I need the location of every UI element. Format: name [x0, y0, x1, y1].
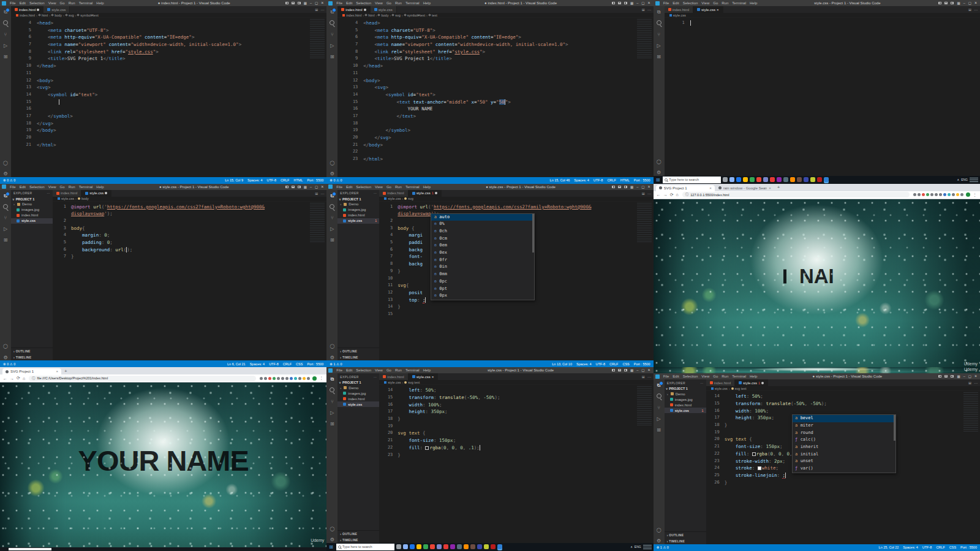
search-icon[interactable] — [329, 20, 335, 26]
layout-sidebar-icon[interactable] — [938, 2, 941, 4]
run-debug-icon[interactable] — [329, 42, 335, 48]
tab-style.css[interactable]: style.css — [371, 6, 397, 13]
settings-gear-icon[interactable] — [329, 354, 335, 360]
new-tab-button[interactable] — [775, 184, 783, 190]
split-editor-icon[interactable] — [642, 7, 645, 12]
extension-icon[interactable] — [290, 377, 293, 380]
code-line[interactable]: 16 YOUR NAME — [337, 105, 653, 113]
status-item[interactable]: CRLF — [936, 545, 944, 549]
code-line[interactable]: 9 <title>SVG Project 1</title> — [337, 55, 653, 63]
code-line[interactable]: 16 — [11, 105, 326, 113]
extension-icon[interactable] — [285, 377, 288, 380]
status-item[interactable]: CRLF — [609, 362, 618, 366]
run-debug-icon[interactable] — [2, 226, 9, 232]
menu-file[interactable]: File — [662, 1, 671, 5]
reload-button[interactable] — [670, 192, 674, 197]
menu-run[interactable]: Run — [67, 1, 77, 5]
file-style.css[interactable]: style.css1 — [337, 218, 379, 224]
layout-sidebar-icon[interactable] — [612, 369, 615, 371]
suggestion-0ex[interactable]: 0ex — [431, 249, 534, 257]
taskbar-app-icon[interactable] — [750, 177, 755, 182]
code-line[interactable]: 11 — [337, 70, 653, 77]
suggestion-0in[interactable]: 0in — [431, 264, 534, 271]
files-icon[interactable] — [2, 9, 9, 15]
breadcrumb-item[interactable]: symbol#text — [77, 13, 98, 17]
settings-gear-icon[interactable] — [329, 171, 335, 177]
close-button[interactable] — [321, 185, 323, 189]
code-line[interactable]: 12<body> — [11, 77, 326, 85]
layout-sidebar-icon[interactable] — [612, 186, 615, 188]
code-line[interactable]: 20svg text { — [379, 430, 653, 437]
menu-help[interactable]: Help — [421, 185, 432, 189]
timeline-section[interactable]: TIMELINE — [11, 354, 53, 360]
code-line[interactable]: 7} — [53, 253, 326, 260]
start-button[interactable] — [655, 177, 662, 183]
maximize-button[interactable] — [315, 185, 318, 189]
extensions-icon[interactable] — [656, 53, 662, 59]
code-line[interactable]: 22 — [337, 148, 653, 156]
home-button[interactable] — [23, 376, 25, 381]
suggestion-0mm[interactable]: 0mm — [431, 271, 534, 278]
more-actions-icon[interactable] — [647, 191, 651, 196]
menu-run[interactable]: Run — [393, 1, 404, 5]
files-icon[interactable] — [2, 193, 9, 199]
menu-edit[interactable]: Edit — [344, 185, 354, 189]
code-editor[interactable]: 14 left: 50%;15 transform: translate(-50… — [379, 385, 653, 543]
minimize-button[interactable] — [636, 368, 638, 372]
suggestion-initial[interactable]: initial — [793, 451, 895, 458]
maximize-button[interactable] — [641, 368, 644, 372]
layout-sidebar-icon[interactable] — [612, 2, 615, 4]
forward-button[interactable] — [663, 192, 668, 197]
code-line[interactable]: 10</head> — [11, 63, 326, 70]
suggestion-0cm[interactable]: 0cm — [431, 235, 534, 243]
tab-index.html[interactable]: index.html — [706, 379, 735, 386]
project-folder-row[interactable]: PROJECT 1 — [11, 197, 53, 202]
menu-file[interactable]: File — [8, 185, 18, 189]
project-folder-row[interactable]: PROJECT 1 — [337, 380, 379, 385]
menu-go[interactable]: Go — [385, 185, 393, 189]
vscode-taskbar-icon[interactable] — [824, 177, 829, 182]
layout-sidebar-icon[interactable] — [938, 375, 941, 378]
system-tray[interactable]: ∧ENG — [957, 178, 980, 182]
problems-status[interactable]: ⊗ 0 ⚠ 0 — [3, 178, 15, 182]
tray-expand-icon[interactable]: ∧ — [630, 545, 633, 549]
files-icon[interactable] — [329, 9, 335, 15]
code-line[interactable]: 16 width: 100%; — [379, 401, 653, 409]
status-item[interactable]: Spaces: 4 — [576, 362, 591, 366]
code-line[interactable]: 12<body> — [337, 77, 653, 85]
run-debug-icon[interactable] — [329, 409, 335, 416]
code-line[interactable]: 19 — [379, 423, 653, 430]
menu-terminal[interactable]: Terminal — [730, 374, 748, 378]
code-line[interactable]: 1@import url('https://fonts.googleapis.c… — [379, 203, 653, 211]
file-style.css[interactable]: style.css — [337, 401, 379, 407]
code-line[interactable]: 14 left: 50%; — [706, 393, 980, 400]
new-tab-button[interactable] — [62, 368, 70, 374]
site-info-icon[interactable] — [32, 376, 36, 381]
status-item[interactable]: Port : 5500 — [634, 178, 650, 182]
breadcrumb-item[interactable]: index.html — [16, 13, 35, 17]
layout-panel-icon[interactable] — [292, 186, 295, 188]
browser-menu-icon[interactable] — [973, 192, 977, 197]
menu-help[interactable]: Help — [421, 368, 432, 372]
file-images.jpg[interactable]: images.jpg — [11, 207, 53, 213]
taskbar-app-icon[interactable] — [457, 544, 462, 549]
site-info-icon[interactable] — [685, 192, 689, 197]
taskbar-app-icon[interactable] — [477, 544, 482, 549]
extension-icon[interactable] — [918, 193, 921, 196]
file-index.html[interactable]: index.html — [11, 213, 53, 218]
maximize-button[interactable] — [641, 185, 644, 189]
source-control-icon[interactable] — [2, 215, 9, 221]
menu-selection[interactable]: Selection — [681, 1, 700, 5]
menu-help[interactable]: Help — [94, 1, 105, 5]
split-editor-icon[interactable] — [315, 7, 318, 12]
run-debug-icon[interactable] — [2, 42, 9, 48]
code-line[interactable]: 17 height: 350px; — [379, 408, 653, 416]
extension-icon[interactable] — [277, 377, 280, 380]
file-style.css[interactable]: style.css — [11, 218, 53, 224]
menu-view[interactable]: View — [699, 374, 711, 378]
code-line[interactable]: 13 <svg> — [337, 84, 653, 91]
close-tab-icon[interactable] — [432, 375, 434, 379]
search-icon[interactable] — [2, 20, 9, 26]
menu-go[interactable]: Go — [385, 368, 393, 372]
suggestion-0pc[interactable]: 0pc — [431, 278, 534, 286]
